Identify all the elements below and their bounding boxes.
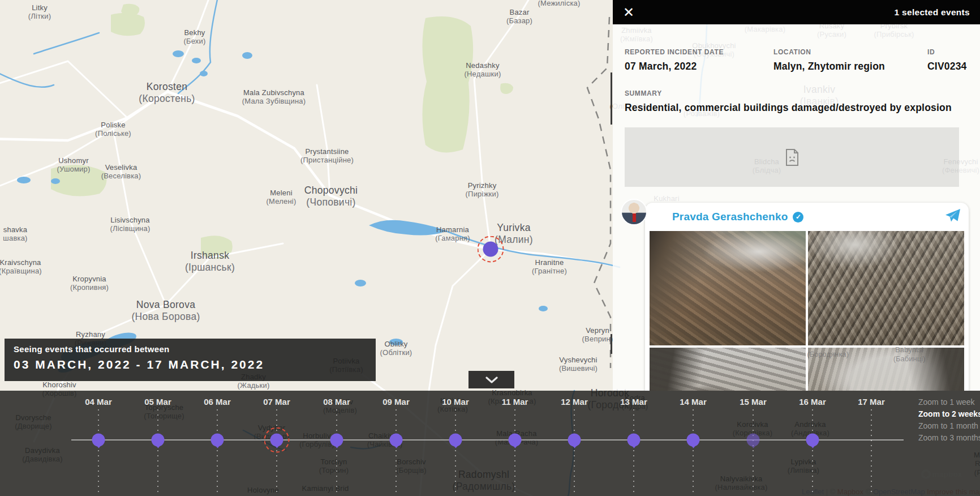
timeline-event-dot[interactable] bbox=[152, 434, 165, 447]
broken-media-icon bbox=[785, 149, 799, 166]
map-place-label: Bekhy(Бехи) bbox=[183, 28, 205, 46]
timeline-dotted-gridline bbox=[633, 409, 634, 496]
timeline-event-dot[interactable] bbox=[568, 434, 581, 447]
info-box-date-range: 03 MARCH, 2022 - 17 MARCH, 2022 bbox=[14, 358, 367, 371]
map-place-label: Mala Zubivschyna(Мала Зубівщина) bbox=[240, 88, 308, 106]
timeline-dotted-gridline bbox=[455, 409, 456, 496]
timeline-dotted-gridline bbox=[753, 409, 754, 496]
timeline-date-label: 04 Mar bbox=[85, 397, 112, 407]
map-label-through-panel: Babyntsi(Бабинці) bbox=[893, 345, 926, 363]
timeline-date-label: 15 Mar bbox=[740, 397, 767, 407]
map-place-label: Meleni(Мелені) bbox=[267, 189, 296, 206]
map-place-label: shavkaшавка) bbox=[3, 225, 27, 243]
timeline-date-label: 12 Mar bbox=[561, 397, 588, 407]
timeline-zoom-option[interactable]: Zoom to 1 month bbox=[918, 421, 980, 430]
timeline-date-label: 07 Mar bbox=[263, 397, 290, 407]
timeline-dotted-gridline bbox=[336, 409, 337, 496]
timeline-date-label: 17 Mar bbox=[858, 397, 885, 407]
map-place-label: Vyshevychi(Вишевичі) bbox=[559, 356, 598, 373]
media-placeholder bbox=[625, 127, 959, 187]
timeline-date-label: 16 Mar bbox=[799, 397, 826, 407]
event-marker-selection-ring bbox=[478, 236, 504, 263]
map-place-label: Bazar(Базар) bbox=[506, 8, 532, 25]
telegram-photo-grid bbox=[645, 231, 969, 391]
panel-header: ✕ 1 selected events bbox=[613, 0, 980, 24]
timeline-event-dot[interactable] bbox=[687, 434, 700, 447]
timeline-dotted-gridline bbox=[157, 409, 158, 496]
map-place-label: Irshansk(Іршанськ) bbox=[185, 250, 235, 273]
timeline-event-dot[interactable] bbox=[627, 434, 641, 447]
telegram-author-avatar[interactable] bbox=[621, 199, 647, 225]
timeline[interactable]: 04 Mar05 Mar06 Mar07 Mar08 Mar09 Mar10 M… bbox=[0, 391, 980, 496]
map-place-label: Poliske(Поліське) bbox=[95, 121, 131, 138]
field-id: ID CIV0234 bbox=[927, 48, 967, 72]
selected-events-count: 1 selected events bbox=[895, 7, 970, 18]
map-place-label: Lisivschyna(Лісівщина) bbox=[110, 216, 151, 233]
timeline-zoom-option[interactable]: Zoom to 3 months bbox=[918, 433, 980, 442]
map-place-label: Vepryn(Веприн) bbox=[582, 326, 613, 344]
telegram-icon[interactable] bbox=[945, 208, 961, 225]
timeline-zoom-options: Zoom to 1 weekZoom to 2 weeksZoom to 1 m… bbox=[918, 397, 980, 442]
map-place-label: Hranitne(Гранітне) bbox=[532, 258, 567, 276]
event-detail-panel: ✕ 1 selected events REPORTED INCIDENT DA… bbox=[613, 0, 980, 391]
timeline-zoom-option[interactable]: Zoom to 1 week bbox=[918, 397, 980, 407]
telegram-author-name[interactable]: Pravda Gerashchenko bbox=[672, 211, 788, 223]
map-place-label: Veselivka(Веселівка) bbox=[101, 163, 141, 181]
map-place-label: Chopovychi(Чоповичі) bbox=[304, 185, 358, 208]
timeline-date-label: 14 Mar bbox=[680, 397, 707, 407]
info-box-caption: Seeing events that occurred between bbox=[14, 344, 367, 354]
timeline-date-label: 06 Mar bbox=[204, 397, 231, 407]
date-range-info-box: Seeing events that occurred between 03 M… bbox=[5, 339, 376, 381]
timeline-date-label: 08 Mar bbox=[323, 397, 350, 407]
map-place-label: Prystantsiine(Пристанційне) bbox=[300, 147, 354, 165]
timeline-date-label: 05 Mar bbox=[144, 397, 171, 407]
map-place-label: Kraivschyna(Краївщина) bbox=[0, 258, 42, 276]
embed-photo-1[interactable] bbox=[650, 231, 806, 345]
timeline-dotted-gridline bbox=[514, 409, 515, 496]
telegram-embed-header: Pravda Gerashchenko ✓ bbox=[645, 203, 969, 231]
timeline-event-dot[interactable] bbox=[509, 434, 522, 447]
timeline-date-label: 09 Mar bbox=[382, 397, 410, 407]
map-place-label: Kropyvnia(Кропивня) bbox=[70, 275, 109, 292]
timeline-dotted-gridline bbox=[693, 409, 694, 496]
timeline-dotted-gridline bbox=[574, 409, 575, 496]
close-icon[interactable]: ✕ bbox=[623, 6, 634, 19]
timeline-event-dot[interactable] bbox=[330, 434, 343, 447]
map-label-through-panel: (Бородянка) bbox=[807, 350, 849, 359]
timeline-event-dot[interactable] bbox=[806, 434, 819, 447]
timeline-zoom-option[interactable]: Zoom to 2 weeks bbox=[918, 409, 980, 418]
timeline-event-dot[interactable] bbox=[390, 434, 403, 447]
map-place-label: Litky(Літки) bbox=[28, 3, 51, 21]
field-summary: SUMMARY Residential, commercial building… bbox=[625, 89, 964, 114]
map-place-label: Pyrizhky(Пиріжки) bbox=[466, 181, 499, 199]
embed-photo-3[interactable] bbox=[650, 348, 806, 391]
map-place-label: Nova Borova(Нова Борова) bbox=[131, 299, 200, 322]
timeline-dotted-gridline bbox=[217, 409, 218, 496]
timeline-dotted-gridline bbox=[276, 409, 277, 496]
timeline-dotted-gridline bbox=[98, 409, 99, 496]
timeline-dotted-gridline bbox=[871, 409, 872, 496]
embed-photo-2[interactable] bbox=[808, 231, 964, 345]
timeline-date-label: 10 Mar bbox=[442, 397, 469, 407]
timeline-axis-line bbox=[71, 439, 904, 441]
timeline-date-label: 13 Mar bbox=[620, 397, 647, 407]
panel-edge-boundary bbox=[611, 0, 612, 391]
map-place-label: Oblitky(Облітки) bbox=[380, 340, 412, 357]
chevron-down-icon bbox=[485, 377, 498, 383]
map-place-label: Korosten(Коростень) bbox=[139, 81, 195, 104]
map-place-label: Hamarnia(Гамарня) bbox=[435, 225, 470, 243]
field-reported-incident-date: REPORTED INCIDENT DATE 07 March, 2022 bbox=[625, 48, 724, 72]
timeline-dotted-gridline bbox=[396, 409, 397, 496]
map-place-label: Nedashky(Недашки) bbox=[465, 61, 501, 79]
field-location: LOCATION Malyn, Zhytomir region bbox=[773, 48, 885, 72]
timeline-event-dot[interactable] bbox=[747, 434, 760, 447]
timeline-date-label: 11 Mar bbox=[502, 397, 528, 407]
timeline-event-dot[interactable] bbox=[92, 434, 105, 447]
collapse-timeline-button[interactable] bbox=[468, 371, 514, 388]
verified-badge-icon: ✓ bbox=[793, 212, 803, 223]
map-place-label: (Межиліска) bbox=[538, 0, 580, 7]
timeline-event-dot[interactable] bbox=[211, 434, 224, 447]
timeline-event-dot[interactable] bbox=[449, 434, 462, 447]
timeline-selected-ring bbox=[264, 427, 290, 453]
timeline-dotted-gridline bbox=[812, 409, 813, 496]
